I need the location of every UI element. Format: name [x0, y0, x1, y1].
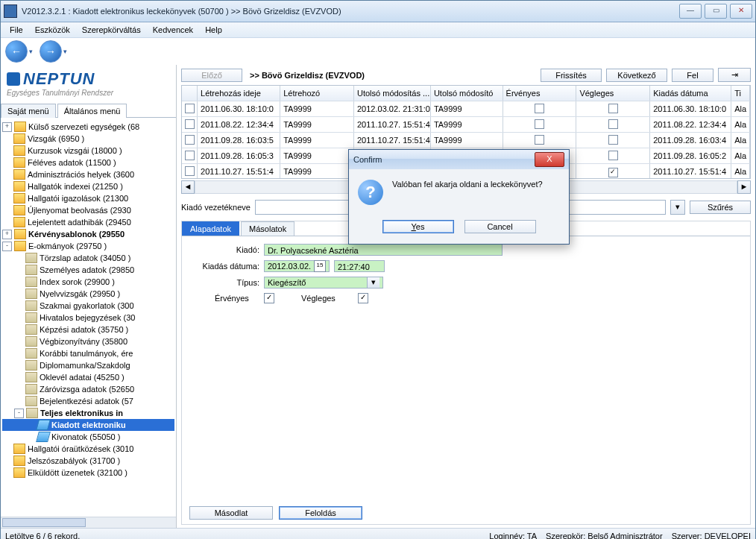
cell-checkbox[interactable] — [608, 119, 618, 129]
vegleges-checkbox[interactable]: ✓ — [358, 293, 368, 303]
table-row[interactable]: 2011.09.28. 16:03:5TA99992011.10.27. 15:… — [182, 133, 750, 148]
tab-masolatok[interactable]: Másolatok — [241, 221, 294, 236]
cell-checkbox[interactable] — [608, 151, 618, 160]
tree-hscroll[interactable] — [1, 517, 176, 528]
column-header[interactable]: Utolsó módosító — [430, 86, 503, 101]
tree-item[interactable]: Elküldött üzenetek (32100 ) — [2, 467, 174, 479]
table-row[interactable]: 2011.08.22. 12:34:4TA99992011.10.27. 15:… — [182, 117, 750, 133]
menu-help[interactable]: Help — [199, 24, 228, 36]
tree-item[interactable]: Képzési adatok (35750 ) — [2, 324, 174, 335]
tree-hscroll-thumb[interactable] — [2, 518, 86, 527]
tree-item[interactable]: Záróvizsga adatok (52650 — [2, 383, 174, 395]
masodlat-button[interactable]: Másodlat — [189, 506, 273, 520]
tree-item[interactable]: Kurzusok vizsgái (18000 ) — [2, 145, 174, 157]
tree-expander[interactable]: + — [2, 122, 12, 132]
kiadas-time-field[interactable]: 21:27:40 — [334, 260, 385, 272]
tree-item[interactable]: Féléves adatok (11500 ) — [2, 157, 174, 168]
tree-item[interactable]: Szakmai gyakorlatok (300 — [2, 300, 174, 312]
tree-item[interactable]: Személyes adatok (29850 — [2, 264, 174, 276]
table-row[interactable]: 2011.06.30. 18:10:0TA99992012.03.02. 21:… — [182, 101, 750, 117]
menu-szerepkorvaltas[interactable]: Szerepkörváltás — [76, 24, 147, 36]
titlebar[interactable]: V2012.3.2.1 : Kiadott elektronikus lecke… — [1, 1, 755, 22]
tree-item[interactable]: Oklevél adatai (45250 ) — [2, 371, 174, 383]
menu-kedvencek[interactable]: Kedvencek — [147, 24, 199, 36]
menu-eszkozok[interactable]: Eszközök — [29, 24, 76, 36]
column-header[interactable]: Kiadás dátuma — [650, 86, 731, 101]
row-checkbox[interactable] — [185, 104, 195, 113]
filter-dropdown[interactable]: ▾ — [670, 200, 685, 215]
tree-expander[interactable]: + — [2, 230, 12, 239]
kiadas-datuma-field[interactable]: 2012.03.02.15 — [264, 260, 330, 272]
grid-scroll-left[interactable]: ◄ — [181, 180, 195, 194]
tree-item[interactable]: Kiadott elektroniku — [2, 419, 174, 431]
kiado-field[interactable]: Dr. Polyacsekné Asztéria — [264, 244, 503, 256]
tree-item[interactable]: Adminisztrációs helyek (3600 — [2, 168, 174, 180]
tree-item[interactable]: Nyelvvizsgák (29950 ) — [2, 288, 174, 300]
grid-scroll-right[interactable]: ► — [737, 180, 751, 194]
dialog-cancel-button[interactable]: Cancel — [464, 220, 536, 233]
tree-item[interactable]: +Kérvénysablonok (29550 — [2, 228, 174, 240]
column-header[interactable]: Létrehozás ideje — [198, 86, 280, 101]
tree-item[interactable]: Hivatalos bejegyzések (30 — [2, 312, 174, 324]
tab-sajat-menu[interactable]: Saját menü — [1, 104, 56, 118]
column-header[interactable] — [182, 86, 198, 101]
nav-back-button[interactable]: ← — [5, 40, 28, 63]
column-header[interactable]: Végleges — [576, 86, 650, 101]
close-button[interactable]: ✕ — [730, 4, 752, 19]
prev-button[interactable]: Előző — [181, 69, 242, 82]
chevron-down-icon[interactable]: ▾ — [367, 277, 379, 288]
dialog-close-button[interactable]: X — [535, 152, 564, 167]
tab-alapadatok[interactable]: Alapadatok — [182, 221, 239, 236]
dialog-titlebar[interactable]: Confirm X — [349, 150, 569, 169]
cell-checkbox[interactable] — [535, 135, 544, 145]
tree-item[interactable]: Korábbi tanulmányok, ére — [2, 347, 174, 359]
tree-item[interactable]: Bejelentkezési adatok (57 — [2, 395, 174, 407]
ervenyes-checkbox[interactable]: ✓ — [264, 293, 274, 303]
row-checkbox[interactable] — [185, 135, 195, 145]
cell-checkbox[interactable] — [535, 104, 544, 113]
tree-item[interactable]: Hallgatói óraütközések (3010 — [2, 443, 174, 455]
column-header[interactable]: Ti — [731, 86, 750, 101]
tree-item[interactable]: +Külső szervezeti egységek (68 — [2, 121, 174, 133]
next-button[interactable]: Következő — [606, 69, 667, 82]
filter-button[interactable]: Szűrés — [690, 201, 751, 214]
row-checkbox[interactable] — [185, 151, 195, 160]
tree-item[interactable]: Végbizonyítvány (35800 — [2, 335, 174, 347]
pin-button[interactable]: ⇥ — [718, 68, 751, 82]
menu-file[interactable]: File — [4, 24, 29, 36]
feloldas-button[interactable]: Feloldás — [279, 506, 362, 520]
tree-expander[interactable]: - — [2, 242, 12, 251]
cell-checkbox[interactable] — [608, 135, 618, 145]
row-checkbox[interactable] — [185, 166, 195, 176]
maximize-button[interactable]: ▭ — [705, 4, 727, 19]
row-checkbox[interactable] — [185, 119, 195, 129]
cell-checkbox[interactable]: ✓ — [608, 168, 618, 177]
tree-item[interactable]: Hallgatói igazolások (21300 — [2, 192, 174, 204]
up-button[interactable]: Fel — [672, 69, 714, 82]
refresh-button[interactable]: Frissítés — [541, 69, 602, 82]
tree-item[interactable]: Hallgatók indexei (21250 ) — [2, 180, 174, 192]
column-header[interactable]: Érvényes — [503, 86, 576, 101]
calendar-icon[interactable]: 15 — [314, 260, 326, 272]
column-header[interactable]: Utolsó módosítás ... — [353, 86, 430, 101]
dialog-yes-button[interactable]: Yes — [382, 220, 454, 233]
tree-item[interactable]: Index sorok (29900 ) — [2, 276, 174, 288]
tree-item[interactable]: Jelszószabályok (31700 ) — [2, 455, 174, 467]
cell-checkbox[interactable] — [535, 119, 544, 129]
tipus-combo[interactable]: Kiegészítő▾ — [264, 277, 383, 289]
column-header[interactable]: Létrehozó — [280, 86, 354, 101]
minimize-button[interactable]: — — [679, 4, 702, 19]
tree-item[interactable]: Vizsgák (6950 ) — [2, 133, 174, 145]
nav-back-dropdown[interactable]: ▾ — [29, 48, 37, 55]
tree-item[interactable]: -E-okmányok (29750 ) — [2, 240, 174, 252]
tree-item[interactable]: Újlenyomat beolvasás (2930 — [2, 204, 174, 216]
tree-item[interactable]: Törzslap adatok (34050 ) — [2, 252, 174, 264]
tree-item[interactable]: Lejelentett adathibák (29450 — [2, 216, 174, 228]
nav-forward-button[interactable]: → — [40, 40, 62, 63]
tree-view[interactable]: +Külső szervezeti egységek (68Vizsgák (6… — [1, 118, 176, 517]
nav-forward-dropdown[interactable]: ▾ — [63, 48, 71, 55]
tree-item[interactable]: Diplomamunka/Szakdolg — [2, 359, 174, 371]
tab-altalanos-menu[interactable]: Általános menü — [57, 104, 127, 118]
cell-checkbox[interactable] — [608, 104, 618, 113]
tree-item[interactable]: Kivonatok (55050 ) — [2, 431, 174, 443]
